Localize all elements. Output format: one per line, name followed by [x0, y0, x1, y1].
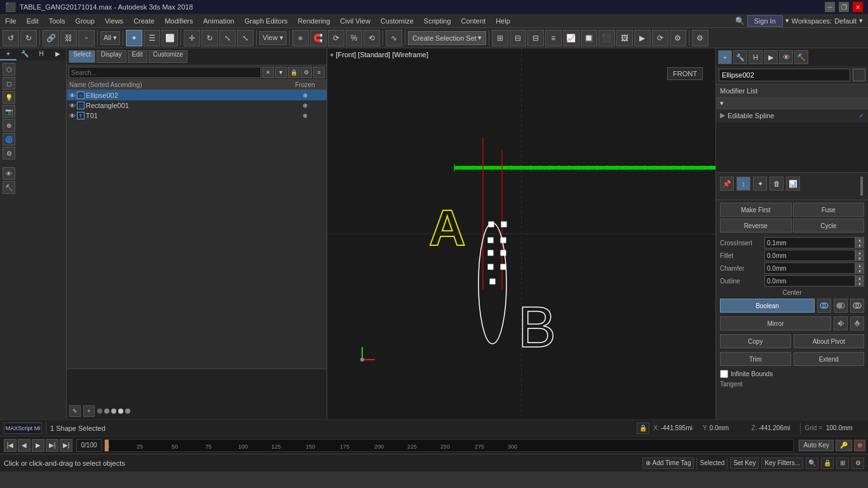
search-input[interactable] [69, 67, 261, 78]
schematic-view[interactable]: 🔲 [581, 30, 597, 46]
go-to-end-button[interactable]: ▶| [60, 439, 72, 452]
align-button[interactable]: ⊟ [510, 30, 526, 46]
shapes-icon[interactable]: ◻ [3, 77, 15, 90]
minimize-button[interactable]: ─ [825, 2, 835, 12]
crossinsert-up[interactable]: ▲ [855, 237, 864, 243]
graph-tool[interactable]: 📊 [786, 177, 800, 191]
settings-gear[interactable]: ⚙ [692, 30, 709, 46]
boolean-union-icon[interactable] [817, 299, 831, 313]
fillet-up[interactable]: ▲ [855, 250, 864, 255]
unlink-button[interactable]: ⛓ [60, 30, 77, 46]
go-to-start-button[interactable]: |◀ [4, 439, 17, 452]
angle-snap[interactable]: ⟳ [328, 30, 344, 46]
menu-rendering[interactable]: Rendering [293, 14, 336, 28]
modifier-list-dropdown[interactable]: ▾ [716, 98, 868, 109]
menu-customize[interactable]: Customize [376, 14, 419, 28]
menu-animation[interactable]: Animation [198, 14, 240, 28]
rotate-button[interactable]: ↻ [201, 30, 218, 46]
outline-spinner[interactable]: ▲ ▼ [855, 275, 864, 287]
bind-space-warp[interactable]: ~ [78, 30, 95, 46]
menu-tools[interactable]: Tools [44, 14, 71, 28]
snap-toggle[interactable]: 🧲 [310, 30, 327, 46]
rect-select-button[interactable]: ⬜ [161, 30, 178, 46]
spinner-snap[interactable]: ⟲ [363, 30, 380, 46]
move-button[interactable]: ✛ [184, 30, 200, 46]
viewport[interactable]: + [Front] [Standard] [Wireframe] FRONT [327, 48, 715, 419]
menu-graph-editors[interactable]: Graph Editors [240, 14, 293, 28]
render-setup[interactable]: 🖼 [616, 30, 633, 46]
extend-button[interactable]: Extend [794, 352, 865, 366]
create-panel-tab[interactable]: + [718, 50, 732, 64]
pin-tool[interactable]: 📌 [720, 177, 734, 191]
palette-icon-edit[interactable]: ✎ [69, 405, 81, 417]
move-tool[interactable]: ↕ [736, 177, 750, 191]
list-item[interactable]: 👁 T T01 ❄ [67, 111, 327, 121]
motion-panel-tab[interactable]: ▶ [764, 50, 778, 64]
workspaces-dropdown-icon[interactable]: ▾ [859, 17, 863, 25]
sign-in-button[interactable]: Sign In [747, 15, 783, 27]
lock-status-icon[interactable]: 🔒 [821, 458, 834, 469]
auto-key-button[interactable]: Auto Key [799, 440, 834, 451]
motion-tab[interactable]: ▶ [50, 48, 66, 60]
object-color-swatch[interactable] [853, 69, 865, 81]
utilities-panel-tab[interactable]: 🔨 [794, 50, 808, 64]
create-selection-set-button[interactable]: Create Selection Set ▾ [408, 31, 486, 45]
outline-down[interactable]: ▼ [855, 281, 864, 287]
crossinsert-spinner[interactable]: ▲ ▼ [855, 237, 864, 248]
scale2-button[interactable]: ⤡ [237, 30, 254, 46]
render-active[interactable]: ⟳ [652, 30, 668, 46]
list-item[interactable]: 👁 □ Rectangle001 ❄ [67, 100, 327, 111]
scale-button[interactable]: ⤡ [219, 30, 236, 46]
chamfer-down[interactable]: ▼ [855, 268, 864, 274]
modify-panel-tab[interactable]: 🔧 [733, 50, 747, 64]
chamfer-spinner[interactable]: ▲ ▼ [855, 262, 864, 274]
display-icon[interactable]: 👁 [3, 167, 15, 180]
undo-button[interactable]: ↺ [3, 30, 19, 46]
close-button[interactable]: ✕ [853, 2, 863, 12]
columns-icon[interactable]: ≡ [313, 67, 325, 78]
display-tab[interactable]: Display [97, 50, 126, 63]
material-editor[interactable]: ⬛ [599, 30, 615, 46]
lights-icon[interactable]: 💡 [3, 91, 15, 104]
outline-input[interactable] [764, 275, 855, 287]
settings-status-icon[interactable]: ⚙ [851, 458, 864, 469]
eye-icon[interactable]: 👁 [69, 92, 76, 99]
hierarchy-panel-tab[interactable]: H [749, 50, 763, 64]
object-name-input[interactable] [719, 69, 850, 81]
prev-frame-button[interactable]: ◀ [18, 439, 31, 452]
mirror-button-2[interactable]: Mirror [720, 316, 831, 330]
filter-icon[interactable]: ▼ [275, 67, 287, 78]
list-item[interactable]: 👁 ○ Ellipse002 ❄ [67, 90, 327, 100]
percent-snap[interactable]: % [346, 30, 362, 46]
key-mode-button[interactable]: 🔑 [836, 440, 852, 451]
timeline-ruler[interactable]: 0 25 50 75 100 125 150 175 200 225 250 2… [104, 439, 794, 452]
script-toggle[interactable]: MAXScript Mi [4, 423, 42, 434]
boolean-button[interactable]: Boolean [720, 299, 815, 313]
menu-help[interactable]: Help [491, 14, 515, 28]
boolean-intersect-icon[interactable] [850, 299, 864, 313]
eye-icon[interactable]: 👁 [69, 102, 76, 109]
chamfer-up[interactable]: ▲ [855, 262, 864, 268]
customize-tab[interactable]: Customize [149, 50, 187, 63]
redo-button[interactable]: ↻ [20, 30, 37, 46]
menu-group[interactable]: Group [70, 14, 100, 28]
menu-edit[interactable]: Edit [22, 14, 44, 28]
eye-icon[interactable]: 👁 [69, 112, 76, 119]
menu-scripting[interactable]: Scripting [419, 14, 456, 28]
fillet-input[interactable] [764, 250, 855, 261]
lock-icon[interactable]: 🔒 [288, 67, 299, 78]
cameras-icon[interactable]: 📷 [3, 105, 15, 118]
options-icon[interactable]: ⚙ [301, 67, 312, 78]
select-tool[interactable]: ✦ [753, 177, 767, 191]
chamfer-input[interactable] [764, 262, 855, 274]
next-frame-button[interactable]: ▶| [46, 439, 58, 452]
clear-search-icon[interactable]: ✕ [262, 67, 274, 78]
fillet-spinner[interactable]: ▲ ▼ [855, 250, 864, 261]
coords-lock-icon[interactable]: 🔒 [637, 423, 649, 434]
render-frame[interactable]: ▶ [634, 30, 651, 46]
active-render[interactable]: ⚙ [670, 30, 686, 46]
delete-tool[interactable]: 🗑 [770, 177, 783, 191]
crossinsert-down[interactable]: ▼ [855, 243, 864, 248]
boolean-subtract-icon[interactable] [834, 299, 848, 313]
align2-button[interactable]: ⊟ [527, 30, 544, 46]
